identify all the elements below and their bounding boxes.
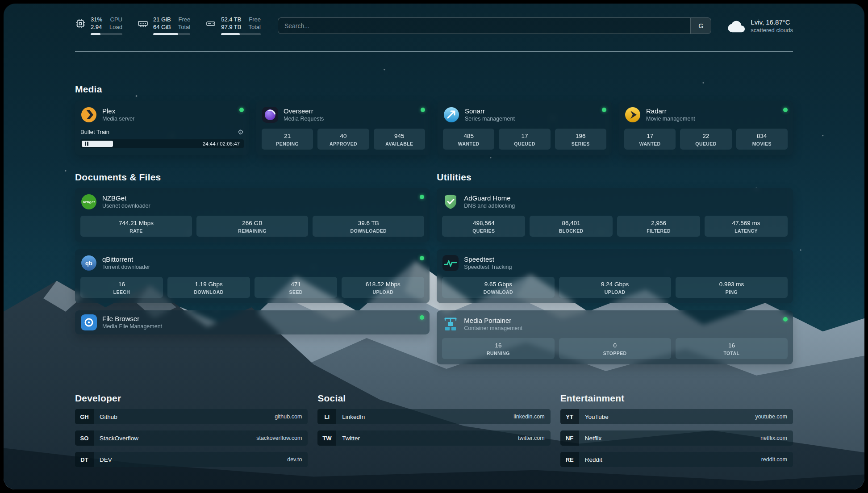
playback-progress-bar: 24:44 / 02:06:47 [80, 139, 244, 148]
bookmark-name: Reddit [579, 456, 755, 463]
service-subtitle: Torrent downloader [102, 263, 150, 271]
section-title-media: Media [75, 84, 793, 95]
bookmark-url: reddit.com [755, 456, 793, 463]
memory-icon [138, 18, 148, 29]
bookmark-group-developer: Developer GH Github github.com SO StackO… [75, 393, 308, 467]
section-title-social: Social [317, 393, 550, 404]
service-name: Overseerr [284, 107, 324, 115]
status-dot-online [783, 108, 788, 112]
plex-icon [80, 106, 97, 123]
stat-wanted: 485 WANTED [443, 129, 494, 150]
stat-pending: 21 PENDING [262, 129, 313, 150]
bookmark-url: netflix.com [755, 435, 793, 441]
stat-upload: 618.52 Mbps UPLOAD [342, 277, 424, 298]
service-card-nzbget[interactable]: nzbget NZBGet Usenet downloader 744.21 M… [75, 188, 430, 242]
cpu-load-value: 2.94 [91, 24, 102, 31]
search-provider-button[interactable]: G [690, 18, 711, 33]
bookmark-row-github[interactable]: GH Github github.com [75, 409, 308, 424]
stat-value: 40 [319, 132, 367, 140]
stat-value: 9.65 Gbps [444, 280, 552, 288]
stat-seed: 471 SEED [255, 277, 337, 298]
stat-label: DOWNLOADED [314, 228, 422, 234]
bookmark-row-reddit[interactable]: RE Reddit reddit.com [560, 452, 793, 467]
service-card-sonarr[interactable]: Sonarr Series management 485 WANTED 17 Q… [438, 101, 612, 155]
dashboard: 31% CPU 2.94 Load [4, 4, 864, 489]
stat-value: 47.569 ms [706, 219, 786, 227]
bookmark-row-dev[interactable]: DT DEV dev.to [75, 452, 308, 467]
stat-downloaded: 39.6 TB DOWNLOADED [313, 216, 424, 237]
stat-queries: 498,564 QUERIES [442, 216, 525, 237]
stat-queued: 17 QUEUED [499, 129, 550, 150]
adguard-icon [442, 193, 459, 210]
bookmark-row-netflix[interactable]: NF Netflix netflix.com [560, 430, 793, 446]
status-dot-online [421, 108, 425, 112]
stat-label: AVAILABLE [376, 141, 423, 146]
bookmark-url: github.com [269, 414, 308, 420]
search-bar[interactable]: G [278, 17, 711, 34]
cpu-progress-fill [91, 33, 100, 35]
bookmark-name: Github [94, 414, 269, 420]
cpu-load-label: Load [109, 24, 122, 31]
service-card-portainer[interactable]: Media Portainer Container management 16 … [437, 310, 793, 364]
bookmark-url: linkedin.com [508, 414, 550, 420]
nzbget-icon-text: nzbget [80, 193, 97, 210]
stat-value: 618.52 Mbps [343, 280, 422, 288]
bookmark-row-twitter[interactable]: TW Twitter twitter.com [317, 430, 550, 446]
stat-label: DOWNLOAD [169, 289, 248, 295]
stat-value: 86,401 [531, 219, 611, 227]
service-card-adguard[interactable]: AdGuard Home DNS and adblocking 498,564 … [437, 188, 793, 242]
stat-label: UPLOAD [343, 289, 422, 295]
stat-queued: 22 QUEUED [680, 129, 731, 150]
stat-running: 16 RUNNING [442, 338, 554, 359]
disk-progress-bar [221, 33, 261, 35]
stat-label: PING [677, 289, 786, 295]
stat-available: 945 AVAILABLE [374, 129, 425, 150]
memory-progress-bar [153, 33, 190, 35]
section-title-documents: Documents & Files [75, 172, 430, 183]
stat-latency: 47.569 ms LATENCY [705, 216, 788, 237]
stat-leech: 16 LEECH [80, 277, 163, 298]
bookmark-row-youtube[interactable]: YT YouTube youtube.com [560, 409, 793, 424]
stat-value: 17 [626, 132, 674, 140]
disk-progress-fill [221, 33, 240, 35]
bookmark-group-social: Social LI LinkedIn linkedin.com TW Twitt… [317, 393, 550, 467]
system-monitors: 31% CPU 2.94 Load [75, 16, 261, 35]
stat-rate: 744.21 Mbps RATE [80, 216, 192, 237]
stat-value: 22 [682, 132, 730, 140]
bookmark-abbr: YT [560, 409, 579, 424]
stat-remaining: 266 GB REMAINING [196, 216, 308, 237]
gear-icon[interactable]: ⚙ [238, 129, 244, 135]
service-card-speedtest[interactable]: Speedtest Speedtest Tracking 9.65 Gbps D… [437, 249, 793, 303]
service-card-overseerr[interactable]: Overseerr Media Requests 21 PENDING 40 A… [256, 101, 430, 155]
stat-series: 196 SERIES [555, 129, 606, 150]
service-card-filebrowser[interactable]: File Browser Media File Management [75, 310, 430, 334]
service-card-plex[interactable]: Plex Media server Bullet Train ⚙ 24:44 /… [75, 101, 249, 155]
service-subtitle: Speedtest Tracking [464, 263, 512, 271]
stat-value: 471 [256, 280, 335, 288]
status-dot-online [602, 108, 606, 112]
memory-monitor: 21 GiB Free 64 GiB Total [138, 16, 190, 35]
bookmark-abbr: LI [317, 409, 336, 424]
stat-stopped: 0 STOPPED [559, 338, 671, 359]
stat-label: QUEUED [682, 141, 730, 146]
service-card-radarr[interactable]: Radarr Movie management 17 WANTED 22 QUE… [619, 101, 793, 155]
bookmark-row-linkedin[interactable]: LI LinkedIn linkedin.com [317, 409, 550, 424]
stat-label: REMAINING [198, 228, 306, 234]
section-title-entertainment: Entertainment [560, 393, 793, 404]
stat-value: 1.19 Gbps [169, 280, 248, 288]
stat-value: 2,956 [619, 219, 698, 227]
bookmark-row-stackoverflow[interactable]: SO StackOverflow stackoverflow.com [75, 430, 308, 446]
service-subtitle: Media Requests [284, 115, 324, 123]
status-dot-online [420, 315, 424, 320]
disk-free-label: Free [248, 16, 260, 23]
service-name: NZBGet [102, 194, 150, 202]
stat-label: QUERIES [444, 228, 523, 234]
memory-total-label: Total [178, 24, 190, 31]
service-card-qbittorrent[interactable]: qb qBittorrent Torrent downloader 16 [75, 249, 430, 303]
stat-value: 0 [561, 342, 669, 349]
stat-value: 16 [677, 342, 786, 349]
search-input[interactable] [278, 18, 690, 33]
pause-icon[interactable] [85, 142, 88, 146]
service-name: File Browser [102, 314, 162, 323]
status-dot-online [420, 195, 424, 199]
